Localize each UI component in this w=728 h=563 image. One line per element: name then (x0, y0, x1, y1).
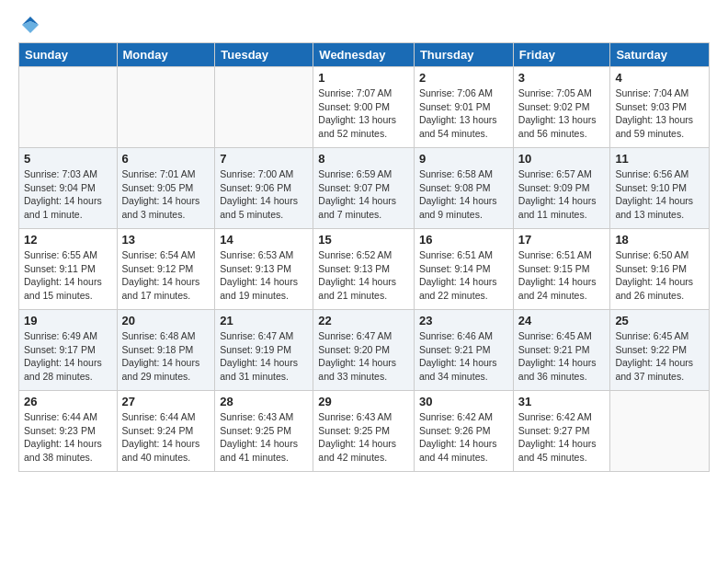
calendar-cell: 18Sunrise: 6:50 AM Sunset: 9:16 PM Dayli… (610, 229, 710, 310)
calendar-cell: 12Sunrise: 6:55 AM Sunset: 9:11 PM Dayli… (19, 229, 118, 310)
day-info: Sunrise: 6:53 AM Sunset: 9:13 PM Dayligh… (220, 248, 308, 303)
day-info: Sunrise: 6:46 AM Sunset: 9:21 PM Dayligh… (419, 329, 508, 384)
calendar-cell: 13Sunrise: 6:54 AM Sunset: 9:12 PM Dayli… (117, 229, 215, 310)
calendar-cell: 6Sunrise: 7:01 AM Sunset: 9:05 PM Daylig… (117, 148, 215, 229)
calendar-cell: 24Sunrise: 6:45 AM Sunset: 9:21 PM Dayli… (513, 310, 610, 391)
day-info: Sunrise: 6:52 AM Sunset: 9:13 PM Dayligh… (318, 248, 409, 303)
calendar-cell: 2Sunrise: 7:06 AM Sunset: 9:01 PM Daylig… (414, 67, 513, 148)
day-number: 11 (615, 152, 704, 166)
day-number: 25 (615, 314, 704, 327)
day-info: Sunrise: 6:51 AM Sunset: 9:14 PM Dayligh… (419, 248, 508, 303)
calendar-cell (117, 67, 215, 148)
calendar-week-row: 5Sunrise: 7:03 AM Sunset: 9:04 PM Daylig… (19, 148, 710, 229)
day-number: 14 (220, 233, 308, 247)
calendar-cell: 15Sunrise: 6:52 AM Sunset: 9:13 PM Dayli… (313, 229, 415, 310)
calendar-cell: 27Sunrise: 6:44 AM Sunset: 9:24 PM Dayli… (117, 391, 215, 472)
day-info: Sunrise: 7:00 AM Sunset: 9:06 PM Dayligh… (220, 167, 308, 222)
calendar-cell: 29Sunrise: 6:43 AM Sunset: 9:25 PM Dayli… (313, 391, 415, 472)
day-number: 24 (518, 314, 606, 327)
day-info: Sunrise: 6:47 AM Sunset: 9:19 PM Dayligh… (220, 329, 308, 384)
calendar-cell (19, 67, 118, 148)
day-info: Sunrise: 7:01 AM Sunset: 9:05 PM Dayligh… (122, 167, 210, 222)
day-number: 7 (220, 152, 308, 166)
dow-header: Monday (117, 43, 215, 67)
day-info: Sunrise: 6:56 AM Sunset: 9:10 PM Dayligh… (615, 167, 704, 222)
day-number: 23 (419, 314, 508, 327)
calendar-cell: 10Sunrise: 6:57 AM Sunset: 9:09 PM Dayli… (513, 148, 610, 229)
calendar-cell: 23Sunrise: 6:46 AM Sunset: 9:21 PM Dayli… (414, 310, 513, 391)
header (18, 15, 710, 35)
calendar-cell: 20Sunrise: 6:48 AM Sunset: 9:18 PM Dayli… (117, 310, 215, 391)
page: SundayMondayTuesdayWednesdayThursdayFrid… (0, 0, 728, 487)
day-info: Sunrise: 6:44 AM Sunset: 9:24 PM Dayligh… (122, 410, 210, 465)
day-info: Sunrise: 6:42 AM Sunset: 9:27 PM Dayligh… (518, 410, 606, 465)
dow-header: Friday (513, 43, 610, 67)
day-info: Sunrise: 6:57 AM Sunset: 9:09 PM Dayligh… (518, 167, 606, 222)
day-number: 12 (24, 233, 112, 247)
day-number: 20 (122, 314, 210, 327)
day-info: Sunrise: 6:50 AM Sunset: 9:16 PM Dayligh… (615, 248, 704, 303)
day-number: 21 (220, 314, 308, 327)
calendar-cell: 14Sunrise: 6:53 AM Sunset: 9:13 PM Dayli… (215, 229, 313, 310)
calendar-cell: 31Sunrise: 6:42 AM Sunset: 9:27 PM Dayli… (513, 391, 610, 472)
day-info: Sunrise: 6:47 AM Sunset: 9:20 PM Dayligh… (318, 329, 409, 384)
day-info: Sunrise: 6:48 AM Sunset: 9:18 PM Dayligh… (122, 329, 210, 384)
day-number: 6 (122, 152, 210, 166)
calendar-cell: 5Sunrise: 7:03 AM Sunset: 9:04 PM Daylig… (19, 148, 118, 229)
dow-header: Saturday (610, 43, 710, 67)
calendar-cell: 26Sunrise: 6:44 AM Sunset: 9:23 PM Dayli… (19, 391, 118, 472)
calendar-week-row: 12Sunrise: 6:55 AM Sunset: 9:11 PM Dayli… (19, 229, 710, 310)
day-info: Sunrise: 7:04 AM Sunset: 9:03 PM Dayligh… (615, 86, 704, 141)
day-info: Sunrise: 6:45 AM Sunset: 9:21 PM Dayligh… (518, 329, 606, 384)
day-number: 28 (220, 395, 308, 408)
day-number: 4 (615, 71, 704, 85)
day-number: 13 (122, 233, 210, 247)
calendar-week-row: 19Sunrise: 6:49 AM Sunset: 9:17 PM Dayli… (19, 310, 710, 391)
calendar-cell: 3Sunrise: 7:05 AM Sunset: 9:02 PM Daylig… (513, 67, 610, 148)
day-info: Sunrise: 6:55 AM Sunset: 9:11 PM Dayligh… (24, 248, 112, 303)
day-number: 27 (122, 395, 210, 408)
calendar-cell: 17Sunrise: 6:51 AM Sunset: 9:15 PM Dayli… (513, 229, 610, 310)
day-info: Sunrise: 6:43 AM Sunset: 9:25 PM Dayligh… (318, 410, 409, 465)
calendar-cell: 30Sunrise: 6:42 AM Sunset: 9:26 PM Dayli… (414, 391, 513, 472)
dow-header: Wednesday (313, 43, 415, 67)
days-of-week-row: SundayMondayTuesdayWednesdayThursdayFrid… (19, 43, 710, 67)
day-info: Sunrise: 6:54 AM Sunset: 9:12 PM Dayligh… (122, 248, 210, 303)
day-number: 19 (24, 314, 112, 327)
day-number: 26 (24, 395, 112, 408)
calendar-cell: 7Sunrise: 7:00 AM Sunset: 9:06 PM Daylig… (215, 148, 313, 229)
day-number: 1 (318, 71, 409, 85)
day-info: Sunrise: 6:58 AM Sunset: 9:08 PM Dayligh… (419, 167, 508, 222)
calendar-cell (215, 67, 313, 148)
calendar-cell: 16Sunrise: 6:51 AM Sunset: 9:14 PM Dayli… (414, 229, 513, 310)
logo (18, 15, 40, 35)
dow-header: Sunday (19, 43, 118, 67)
day-info: Sunrise: 7:05 AM Sunset: 9:02 PM Dayligh… (518, 86, 606, 141)
day-info: Sunrise: 7:07 AM Sunset: 9:00 PM Dayligh… (318, 86, 409, 141)
calendar-cell: 28Sunrise: 6:43 AM Sunset: 9:25 PM Dayli… (215, 391, 313, 472)
dow-header: Tuesday (215, 43, 313, 67)
day-number: 5 (24, 152, 112, 166)
day-info: Sunrise: 6:59 AM Sunset: 9:07 PM Dayligh… (318, 167, 409, 222)
calendar-cell: 19Sunrise: 6:49 AM Sunset: 9:17 PM Dayli… (19, 310, 118, 391)
day-number: 29 (318, 395, 409, 408)
calendar-cell: 22Sunrise: 6:47 AM Sunset: 9:20 PM Dayli… (313, 310, 415, 391)
dow-header: Thursday (414, 43, 513, 67)
day-info: Sunrise: 7:06 AM Sunset: 9:01 PM Dayligh… (419, 86, 508, 141)
day-number: 2 (419, 71, 508, 85)
calendar-week-row: 26Sunrise: 6:44 AM Sunset: 9:23 PM Dayli… (19, 391, 710, 472)
calendar-cell: 9Sunrise: 6:58 AM Sunset: 9:08 PM Daylig… (414, 148, 513, 229)
calendar-cell: 21Sunrise: 6:47 AM Sunset: 9:19 PM Dayli… (215, 310, 313, 391)
logo-icon (20, 15, 40, 35)
day-number: 30 (419, 395, 508, 408)
calendar-cell: 25Sunrise: 6:45 AM Sunset: 9:22 PM Dayli… (610, 310, 710, 391)
day-number: 17 (518, 233, 606, 247)
day-number: 3 (518, 71, 606, 85)
day-info: Sunrise: 6:51 AM Sunset: 9:15 PM Dayligh… (518, 248, 606, 303)
day-info: Sunrise: 6:43 AM Sunset: 9:25 PM Dayligh… (220, 410, 308, 465)
day-number: 16 (419, 233, 508, 247)
day-number: 18 (615, 233, 704, 247)
day-info: Sunrise: 6:44 AM Sunset: 9:23 PM Dayligh… (24, 410, 112, 465)
calendar-body: 1Sunrise: 7:07 AM Sunset: 9:00 PM Daylig… (19, 67, 710, 472)
calendar-week-row: 1Sunrise: 7:07 AM Sunset: 9:00 PM Daylig… (19, 67, 710, 148)
